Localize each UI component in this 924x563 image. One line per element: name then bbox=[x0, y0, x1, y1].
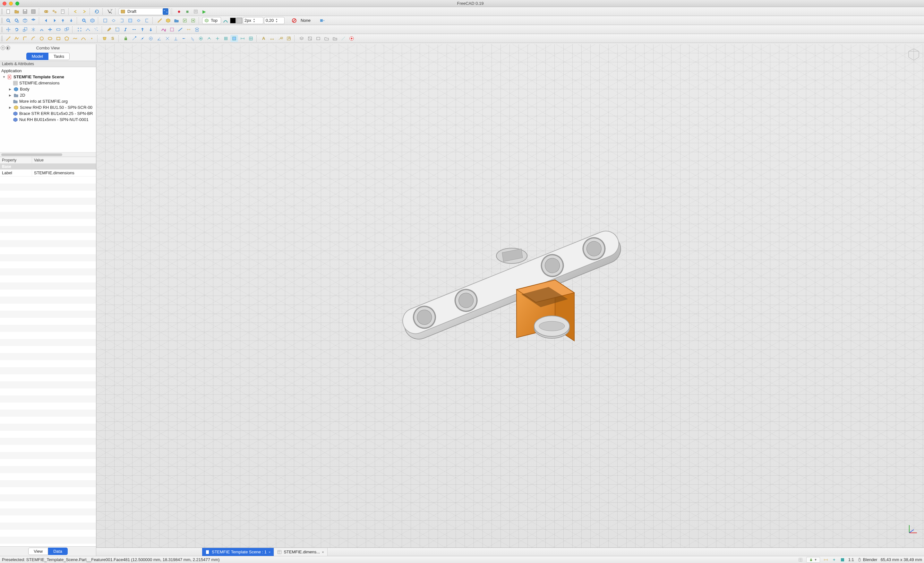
document-tab[interactable]: STEMFIE.dimens... × bbox=[274, 548, 327, 556]
scale-button[interactable] bbox=[21, 26, 29, 33]
add-construction-button[interactable] bbox=[339, 35, 347, 42]
link-make-button[interactable] bbox=[181, 17, 189, 24]
tree-item[interactable]: ▶ Screw RHD RH BU1.50 - SPN-SCR-00 bbox=[0, 104, 96, 110]
toggle-display-button[interactable] bbox=[314, 35, 322, 42]
save-file-button[interactable] bbox=[21, 8, 29, 15]
snap-perpendicular-button[interactable] bbox=[172, 35, 180, 42]
annotation-style-button[interactable]: A bbox=[285, 35, 292, 42]
clone-button[interactable] bbox=[63, 26, 70, 33]
refresh-button[interactable] bbox=[93, 8, 101, 15]
tree-root[interactable]: Application bbox=[0, 68, 96, 74]
snap-near-button[interactable] bbox=[206, 35, 213, 42]
toolbar-handle[interactable] bbox=[1, 36, 3, 41]
dim-precision-field[interactable]: 0,20 ▲▼ bbox=[264, 17, 285, 24]
close-window-button[interactable] bbox=[3, 2, 6, 6]
undo-button[interactable] bbox=[72, 8, 80, 15]
disclosure-icon[interactable]: ▶ bbox=[9, 94, 12, 97]
upgrade-button[interactable] bbox=[139, 26, 146, 33]
scale-ratio[interactable]: 1:1 bbox=[848, 557, 854, 562]
view-right-button[interactable] bbox=[118, 17, 126, 24]
dimension-status-icon[interactable] bbox=[823, 557, 828, 562]
link-final-button[interactable] bbox=[68, 17, 75, 24]
zoom-window-button[interactable] bbox=[15, 2, 19, 6]
point-button[interactable] bbox=[88, 35, 96, 42]
spinner-icon[interactable]: ▲▼ bbox=[252, 18, 256, 23]
link-up-button[interactable] bbox=[59, 17, 67, 24]
view-left-button[interactable] bbox=[143, 17, 151, 24]
measure-button[interactable] bbox=[156, 17, 164, 24]
fillet-button[interactable] bbox=[21, 35, 29, 42]
view-front-button[interactable] bbox=[101, 17, 109, 24]
snap-status-button[interactable]: ▼ bbox=[806, 557, 820, 563]
snap-intersection-button[interactable] bbox=[164, 35, 171, 42]
tree-document[interactable]: ▼ STEMFIE Template Scene bbox=[0, 74, 96, 80]
circle-button[interactable] bbox=[38, 35, 45, 42]
save-as-button[interactable] bbox=[30, 8, 37, 15]
tree-item[interactable]: Nut RH BU01x5mm - SPN-NUT-0001 bbox=[0, 117, 96, 123]
tree-item[interactable]: More info at STEMFIE.org bbox=[0, 98, 96, 104]
disclosure-icon[interactable]: ▼ bbox=[3, 75, 6, 79]
property-row[interactable]: Label STEMFIE.dimensions bbox=[0, 170, 96, 177]
tab-model[interactable]: Model bbox=[26, 53, 48, 60]
property-value[interactable]: STEMFIE.dimensions bbox=[32, 170, 76, 176]
snap-ortho-button[interactable] bbox=[214, 35, 221, 42]
doc-button[interactable] bbox=[59, 8, 67, 15]
3d-view[interactable] bbox=[96, 44, 924, 548]
tab-tasks[interactable]: Tasks bbox=[48, 53, 70, 60]
offset-button[interactable] bbox=[38, 26, 45, 33]
toggle-grid-button[interactable] bbox=[247, 35, 255, 42]
wire-button[interactable] bbox=[13, 35, 21, 42]
new-file-button[interactable] bbox=[4, 8, 12, 15]
move-button[interactable] bbox=[4, 26, 12, 33]
join-button[interactable] bbox=[122, 26, 130, 33]
view-top-button[interactable] bbox=[110, 17, 117, 24]
draw-style-button[interactable] bbox=[88, 17, 96, 24]
nav-back-button[interactable] bbox=[42, 17, 50, 24]
tree-item[interactable]: ▶ Body bbox=[0, 86, 96, 92]
edit-button[interactable] bbox=[105, 26, 113, 33]
trimex-button[interactable] bbox=[46, 26, 54, 33]
plane-status-icon[interactable] bbox=[840, 557, 845, 562]
close-tab-button[interactable]: × bbox=[268, 550, 270, 554]
snap-parallel-button[interactable] bbox=[189, 35, 196, 42]
fit-all-button[interactable] bbox=[4, 17, 12, 24]
heal-button[interactable] bbox=[348, 35, 356, 42]
bspline-button[interactable] bbox=[71, 35, 79, 42]
close-tab-button[interactable]: × bbox=[322, 550, 324, 554]
mirror-button[interactable] bbox=[30, 26, 37, 33]
macro-record-button[interactable]: ● bbox=[175, 8, 183, 15]
layer-button[interactable] bbox=[298, 35, 305, 42]
select-group-button[interactable] bbox=[331, 35, 339, 42]
ellipse-button[interactable] bbox=[46, 35, 54, 42]
subelement-button[interactable] bbox=[114, 26, 121, 33]
snap-angle-button[interactable] bbox=[155, 35, 163, 42]
snap-extension-button[interactable] bbox=[180, 35, 188, 42]
snap-grid-button[interactable] bbox=[222, 35, 230, 42]
open-file-button[interactable] bbox=[13, 8, 21, 15]
snap-dimensions-button[interactable] bbox=[239, 35, 246, 42]
spinner-icon[interactable]: ▲▼ bbox=[275, 18, 278, 23]
arc-button[interactable] bbox=[30, 35, 37, 42]
label-button[interactable] bbox=[276, 35, 284, 42]
panel-float-button[interactable]: ◧ bbox=[6, 46, 10, 50]
link-group-button[interactable] bbox=[51, 8, 58, 15]
part-button[interactable] bbox=[164, 17, 172, 24]
text-button[interactable]: A bbox=[260, 35, 268, 42]
nav-forward-button[interactable] bbox=[51, 17, 58, 24]
link-button[interactable] bbox=[42, 8, 50, 15]
line-color-swatch[interactable] bbox=[230, 18, 236, 23]
flip-dimension-button[interactable] bbox=[185, 26, 192, 33]
draft-to-sketch-button[interactable] bbox=[168, 26, 176, 33]
wp-proxy-button[interactable] bbox=[306, 35, 314, 42]
toolbar-handle[interactable] bbox=[1, 18, 3, 23]
tab-data[interactable]: Data bbox=[48, 548, 68, 555]
group-button[interactable] bbox=[172, 17, 180, 24]
snap-lock-button[interactable] bbox=[122, 35, 130, 42]
tab-view[interactable]: View bbox=[28, 548, 48, 555]
slope-button[interactable] bbox=[177, 26, 184, 33]
current-view-chip[interactable]: Top bbox=[202, 17, 221, 24]
nav-cube[interactable] bbox=[907, 48, 921, 62]
view-rear-button[interactable] bbox=[126, 17, 134, 24]
grid-status-icon[interactable] bbox=[798, 557, 803, 562]
workbench-selector[interactable]: Draft ⌃⌄ bbox=[119, 8, 170, 15]
